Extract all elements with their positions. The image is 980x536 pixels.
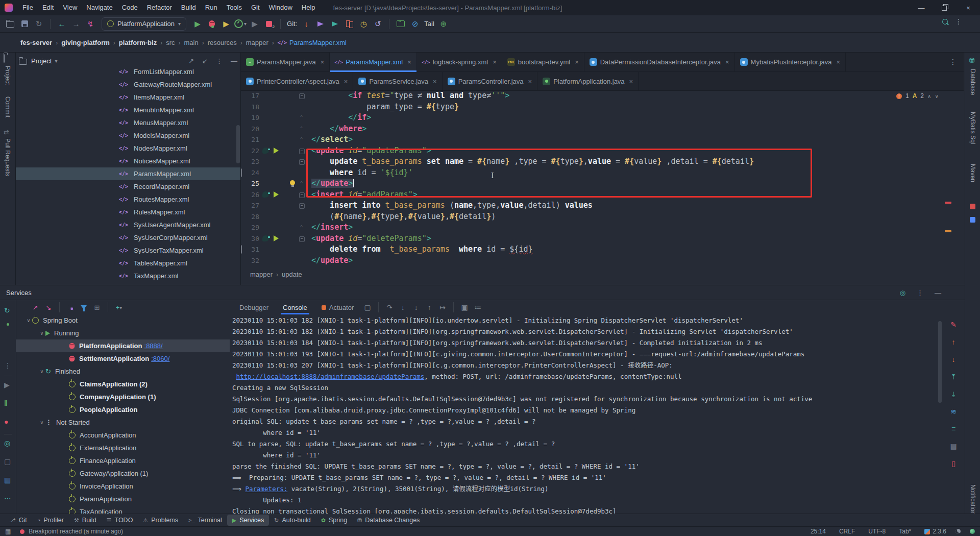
fold-marker[interactable]: − [299,192,305,198]
chevron-down-icon[interactable]: ∨ [38,420,45,425]
menu-help[interactable]: Help [297,0,320,15]
tab-list-icon[interactable]: ⋮ [949,58,957,66]
project-tree-item[interactable]: </>RecordMapper.xml [16,180,240,193]
caret-position[interactable]: 25:14 [811,528,826,535]
project-tree-item[interactable]: </>NodesMapper.xml [16,142,240,155]
prev-occurrence-icon[interactable]: ↑ [946,333,961,351]
project-tree-item[interactable]: </>SysUserCorpMapper.xml [16,231,240,244]
grid-view-icon[interactable]: ▦ [4,476,11,484]
search-everywhere-icon[interactable] [942,19,948,25]
tab-close-icon[interactable]: × [407,58,411,66]
close-button[interactable]: × [957,0,980,15]
plugin-badge[interactable]: 2.3.6 [924,528,946,535]
editor-breadcrumb[interactable]: mapper›update [250,271,302,278]
fold-marker[interactable]: − [299,159,305,165]
editor-breadcrumb-item[interactable]: update [282,271,302,278]
code-line[interactable]: 29⌃</insert> [241,222,964,233]
project-tree-item[interactable]: </>SysUserTaxMapper.xml [16,244,240,257]
code-line[interactable]: 30−<update id="deleteParams"> [241,233,964,245]
service-tree-item[interactable]: SettlementApplication:8060/ [16,352,230,365]
project-tree-item[interactable]: </>RoutesMapper.xml [16,193,240,206]
service-tree-item[interactable]: PeopleApplication [16,403,230,416]
project-tree-item[interactable]: </>TablesMapper.xml [16,257,240,270]
console-scrollbar[interactable] [938,321,942,403]
prev-issue-icon[interactable]: ∧ [927,93,931,99]
console-tab-console[interactable]: Console [276,300,314,314]
console-output[interactable]: 20230110 15:01:03 182 [XNIO-1 task-1-pla… [232,315,942,514]
expand-icon[interactable]: ↗ [29,302,42,313]
project-tree-item[interactable]: </>GatewayRouteMapper.xml [16,78,240,91]
tab-close-icon[interactable]: × [493,58,497,66]
run-configuration-select[interactable]: PlatformApplication▾ [102,17,186,31]
forward-icon[interactable]: → [69,18,83,30]
run-disabled-icon[interactable]: ▶ [248,18,262,30]
breadcrumb-fes-server[interactable]: fes-server [20,39,52,46]
git-commit-push-icon[interactable] [328,18,342,30]
settings-list-icon[interactable]: ≔ [471,303,484,311]
open-folder-icon[interactable] [3,18,17,30]
run-to-cursor-icon[interactable]: ↦ [436,303,449,311]
theme-icon[interactable] [955,529,961,534]
more-actions-icon[interactable]: ⋮ [4,361,11,370]
service-tree-item[interactable]: ExternalApplication [16,442,230,454]
toolwindow-button-services[interactable]: ▶Services [227,515,269,526]
git-history-icon[interactable]: ◷ [356,18,371,30]
console-link[interactable]: Parameters: [245,485,287,493]
editor-tab[interactable]: </>logback-spring.xml× [417,53,502,71]
tab-close-icon[interactable]: × [575,58,579,66]
project-tree-item[interactable]: </>FormListMapper.xml [16,65,240,78]
tab-close-icon[interactable]: × [837,58,841,66]
collapse-all-icon[interactable]: ↙ [202,57,208,65]
line-ending[interactable]: CRLF [839,528,855,535]
resume-icon[interactable]: ▶ [4,381,10,389]
tab-close-icon[interactable]: × [321,58,325,66]
services-target-icon[interactable]: ◎ [900,289,905,297]
toolwindow-button-terminal[interactable]: >_Terminal [183,515,227,526]
run-statement-icon[interactable] [274,235,279,241]
scroll-to-bottom-icon[interactable]: ⤓ [946,385,961,403]
atom-plugin-icon[interactable]: ⊛ [436,18,451,30]
run-statement-icon[interactable] [274,148,279,154]
editor-tab[interactable]: ParamsService.java× [353,72,442,90]
project-tree-item[interactable]: </>NoticesMapper.xml [16,155,240,167]
service-tree-item[interactable]: CompanyApplication (1) [16,391,230,403]
code-line[interactable]: 21⌃</select> [241,134,964,145]
service-tree-item[interactable]: ClaimsApplication (2) [16,378,230,391]
project-tree-item[interactable]: </>ItemsMapper.xml [16,91,240,104]
rerun-curved-icon[interactable]: ↷ [383,303,396,311]
fold-marker[interactable]: ⌃ [299,115,304,120]
tab-close-icon[interactable]: × [344,78,348,85]
save-icon[interactable] [17,18,32,30]
target-icon[interactable]: ◎ [4,439,10,447]
editor-tab[interactable]: PrinterControllerAspect.java× [241,72,353,90]
stripe-commit[interactable]: Commit [4,96,11,117]
debug-button[interactable] [205,18,219,30]
menu-code[interactable]: Code [117,0,142,15]
stripe-database[interactable]: Database [969,69,976,95]
fold-marker[interactable]: ⌃ [299,181,304,186]
layout-icon[interactable]: ▢ [361,303,374,311]
console-tab-actuator[interactable]: Actuator [314,300,361,314]
status-layout-icon[interactable]: ▦ [5,528,11,535]
run-anything-icon[interactable]: ↯ [83,18,97,30]
project-tree-item[interactable]: </>TaxMapper.xml [16,270,240,282]
stripe-notifications[interactable]: Notifications [969,484,976,518]
service-tree-item[interactable]: ∨↻Finished [16,365,230,378]
toolwindow-button-database-changes[interactable]: ⛃Database Changes [352,515,425,526]
editor-tab[interactable]: </>ParamsMapper.xml× [330,53,417,71]
chevron-down-icon[interactable]: ∨ [38,330,45,336]
run-button[interactable]: ▶ [190,18,205,30]
menu-refactor[interactable]: Refactor [142,0,177,15]
menu-view[interactable]: View [58,0,82,15]
service-tree-item[interactable]: ParamApplication [16,493,230,505]
tab-close-icon[interactable]: × [433,78,437,85]
git-push-icon[interactable] [313,18,328,30]
filter-icon[interactable] [77,302,90,313]
project-tree-item[interactable]: </>RulesMapper.xml [16,206,240,218]
next-issue-icon[interactable]: ∨ [935,93,938,99]
code-line[interactable]: 17−<if test="type ≠ null and type≠''"> [241,90,964,102]
editor-breadcrumb-item[interactable]: mapper [250,271,273,278]
collapse-icon[interactable]: ↘ [42,302,55,313]
blue-plugin-icon[interactable] [970,217,975,223]
print-icon[interactable]: ▤ [946,437,961,455]
